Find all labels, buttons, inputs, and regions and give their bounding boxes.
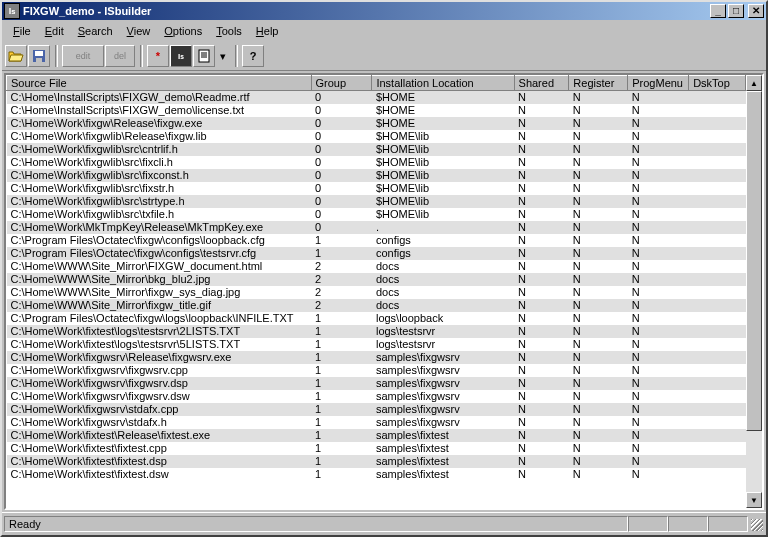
- cell-loc: $HOME: [372, 117, 514, 130]
- menu-tools[interactable]: Tools: [209, 24, 249, 38]
- table-row[interactable]: C:\Home\Work\fixgwlib\src\fixconst.h0$HO…: [7, 169, 746, 182]
- cell-shared: N: [514, 221, 569, 234]
- scroll-track[interactable]: [746, 91, 762, 492]
- file-table[interactable]: Source FileGroupInstallation LocationSha…: [6, 75, 746, 481]
- open-button[interactable]: [5, 45, 27, 67]
- maximize-button[interactable]: □: [728, 4, 744, 18]
- cell-dsk: [689, 390, 746, 403]
- new-item-button[interactable]: *: [147, 45, 169, 67]
- title-bar[interactable]: Is FIXGW_demo - ISbuilder _ □ ✕: [2, 2, 766, 20]
- table-row[interactable]: C:\Home\Work\fixgwlib\src\fixstr.h0$HOME…: [7, 182, 746, 195]
- cell-dsk: [689, 221, 746, 234]
- menu-view[interactable]: View: [120, 24, 158, 38]
- table-row[interactable]: C:\Home\WWW\Site_Mirror\bkg_blu2.jpg2doc…: [7, 273, 746, 286]
- cell-src: C:\Home\Work\fixgwsrv\fixgwsrv.dsp: [7, 377, 312, 390]
- menu-options[interactable]: Options: [157, 24, 209, 38]
- cell-shared: N: [514, 468, 569, 481]
- table-row[interactable]: C:\Home\Work\fixtest\logs\testsrvr\2LIST…: [7, 325, 746, 338]
- help-button[interactable]: ?: [242, 45, 264, 67]
- table-row[interactable]: C:\Home\InstallScripts\FIXGW_demo\Readme…: [7, 91, 746, 105]
- cell-loc: samples\fixtest: [372, 455, 514, 468]
- close-button[interactable]: ✕: [748, 4, 764, 18]
- save-icon: [32, 49, 46, 63]
- cell-loc: samples\fixgwsrv: [372, 403, 514, 416]
- cell-grp: 1: [311, 351, 372, 364]
- menu-edit[interactable]: Edit: [38, 24, 71, 38]
- menu-file[interactable]: File: [6, 24, 38, 38]
- cell-reg: N: [569, 208, 628, 221]
- table-row[interactable]: C:\Home\Work\fixgwlib\src\cntrlif.h0$HOM…: [7, 143, 746, 156]
- cell-shared: N: [514, 182, 569, 195]
- cell-dsk: [689, 429, 746, 442]
- cell-dsk: [689, 104, 746, 117]
- column-header-grp[interactable]: Group: [311, 76, 372, 91]
- column-header-dsk[interactable]: DskTop: [689, 76, 746, 91]
- cell-reg: N: [569, 195, 628, 208]
- grid-container: Source FileGroupInstallation LocationSha…: [4, 73, 764, 510]
- cell-shared: N: [514, 429, 569, 442]
- cell-shared: N: [514, 299, 569, 312]
- table-row[interactable]: C:\Home\Work\fixgwlib\src\fixcli.h0$HOME…: [7, 156, 746, 169]
- cell-grp: 1: [311, 364, 372, 377]
- scroll-thumb[interactable]: [746, 91, 762, 431]
- edit-button[interactable]: edit: [62, 45, 104, 67]
- menu-help[interactable]: Help: [249, 24, 286, 38]
- table-row[interactable]: C:\Home\Work\fixtest\fixtest.dsw1samples…: [7, 468, 746, 481]
- cell-grp: 0: [311, 221, 372, 234]
- cell-src: C:\Home\Work\fixgwsrv\fixgwsrv.dsw: [7, 390, 312, 403]
- table-row[interactable]: C:\Home\InstallScripts\FIXGW_demo\licens…: [7, 104, 746, 117]
- svg-rect-2: [36, 58, 42, 62]
- window-title: FIXGW_demo - ISbuilder: [23, 5, 708, 17]
- column-header-reg[interactable]: Register: [569, 76, 628, 91]
- table-row[interactable]: C:\Home\Work\fixgwsrv\fixgwsrv.dsw1sampl…: [7, 390, 746, 403]
- table-row[interactable]: C:\Home\Work\fixgwsrv\stdafx.h1samples\f…: [7, 416, 746, 429]
- delete-button[interactable]: del: [105, 45, 135, 67]
- table-row[interactable]: C:\Home\WWW\Site_Mirror\fixgw_sys_diag.j…: [7, 286, 746, 299]
- resize-grip[interactable]: [748, 516, 764, 532]
- app-icon[interactable]: Is: [4, 3, 20, 19]
- table-row[interactable]: C:\Home\Work\fixgwsrv\stdafx.cpp1samples…: [7, 403, 746, 416]
- table-row[interactable]: C:\Home\Work\fixgwlib\src\strtype.h0$HOM…: [7, 195, 746, 208]
- vertical-scrollbar[interactable]: ▲ ▼: [746, 75, 762, 508]
- table-row[interactable]: C:\Home\Work\fixtest\Release\fixtest.exe…: [7, 429, 746, 442]
- table-row[interactable]: C:\Home\Work\fixgwsrv\fixgwsrv.dsp1sampl…: [7, 377, 746, 390]
- cell-shared: N: [514, 403, 569, 416]
- column-header-shared[interactable]: Shared: [514, 76, 569, 91]
- svg-rect-1: [35, 51, 43, 56]
- table-row[interactable]: C:\Home\Work\fixtest\logs\testsrvr\5LIST…: [7, 338, 746, 351]
- save-button[interactable]: [28, 45, 50, 67]
- table-row[interactable]: C:\Home\WWW\Site_Mirror\FIXGW_document.h…: [7, 260, 746, 273]
- cell-dsk: [689, 130, 746, 143]
- minimize-button[interactable]: _: [710, 4, 726, 18]
- is-button[interactable]: Is: [170, 45, 192, 67]
- cell-loc: $HOME: [372, 91, 514, 105]
- table-row[interactable]: C:\Home\WWW\Site_Mirror\fixgw_title.gif2…: [7, 299, 746, 312]
- cell-src: C:\Program Files\Octatec\fixgw\configs\t…: [7, 247, 312, 260]
- cell-shared: N: [514, 195, 569, 208]
- table-row[interactable]: C:\Home\Work\fixgwsrv\Release\fixgwsrv.e…: [7, 351, 746, 364]
- table-row[interactable]: C:\Home\Work\fixtest\fixtest.dsp1samples…: [7, 455, 746, 468]
- scroll-up-button[interactable]: ▲: [746, 75, 762, 91]
- dropdown-button[interactable]: ▾: [216, 45, 230, 67]
- table-row[interactable]: C:\Home\Work\MkTmpKey\Release\MkTmpKey.e…: [7, 221, 746, 234]
- scroll-down-button[interactable]: ▼: [746, 492, 762, 508]
- cell-loc: $HOME\lib: [372, 182, 514, 195]
- table-row[interactable]: C:\Home\Work\fixgwsrv\fixgwsrv.cpp1sampl…: [7, 364, 746, 377]
- cell-loc: logs\loopback: [372, 312, 514, 325]
- table-row[interactable]: C:\Home\Work\fixgwlib\Release\fixgw.lib0…: [7, 130, 746, 143]
- table-row[interactable]: C:\Program Files\Octatec\fixgw\configs\l…: [7, 234, 746, 247]
- table-row[interactable]: C:\Home\Work\fixgwlib\src\txfile.h0$HOME…: [7, 208, 746, 221]
- menu-search[interactable]: Search: [71, 24, 120, 38]
- column-header-src[interactable]: Source File: [7, 76, 312, 91]
- table-row[interactable]: C:\Program Files\Octatec\fixgw\logs\loop…: [7, 312, 746, 325]
- table-row[interactable]: C:\Program Files\Octatec\fixgw\configs\t…: [7, 247, 746, 260]
- column-header-prog[interactable]: ProgMenu: [628, 76, 689, 91]
- cell-grp: 1: [311, 377, 372, 390]
- cell-reg: N: [569, 273, 628, 286]
- column-header-loc[interactable]: Installation Location: [372, 76, 514, 91]
- cell-loc: $HOME\lib: [372, 169, 514, 182]
- table-row[interactable]: C:\Home\Work\fixtest\fixtest.cpp1samples…: [7, 442, 746, 455]
- cell-grp: 0: [311, 208, 372, 221]
- table-row[interactable]: C:\Home\Work\fixgw\Release\fixgw.exe0$HO…: [7, 117, 746, 130]
- list-button[interactable]: [193, 45, 215, 67]
